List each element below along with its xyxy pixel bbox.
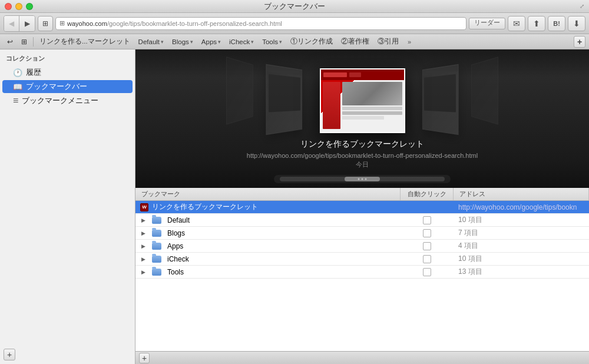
bookmarks-back-button[interactable]: ↩ — [4, 36, 16, 48]
table-row[interactable]: ▶ Default 10 項目 — [135, 214, 589, 227]
cover-far-right — [471, 57, 498, 124]
cover-header — [321, 70, 404, 80]
address-bar[interactable]: ⊞ wayohoo.com /google/tips/bookmarklet-t… — [55, 17, 466, 30]
bookmark-link-create-label: ①リンク作成 — [290, 37, 333, 46]
chevron-down-icon: ▾ — [279, 39, 282, 45]
coverflow-url: http://wayohoo.com/google/tips/bookmarkl… — [247, 152, 478, 159]
cell-bookmark-2: ▶ Blogs — [135, 227, 401, 239]
reader-button[interactable]: リーダー — [469, 18, 505, 29]
bookmark-apps[interactable]: Apps ▾ — [198, 36, 224, 48]
table-row[interactable]: ▶ Blogs 7 項目 — [135, 227, 589, 240]
row-name-2: Blogs — [167, 229, 185, 237]
cell-bookmark-1: ▶ Default — [135, 214, 401, 226]
bookmark-citation[interactable]: ③引用 — [374, 36, 402, 48]
cell-address-1: 10 項目 — [454, 214, 589, 226]
forward-button[interactable]: ▶ — [19, 16, 35, 31]
bookmark-tools-label: Tools — [262, 38, 278, 45]
cell-bookmark-5: ▶ Tools — [135, 266, 401, 278]
table-row[interactable]: ▶ iCheck 10 項目 — [135, 253, 589, 266]
expand-icon[interactable]: ▶ — [140, 269, 146, 275]
table-area: ブックマーク 自動クリック アドレス W リンクを作るブックマークレット htt… — [135, 188, 589, 351]
bookmarks-grid-button[interactable]: ⊞ — [18, 36, 31, 48]
folder-icon — [152, 243, 161, 250]
cover-main — [342, 82, 402, 129]
expand-icon[interactable]: ▶ — [140, 256, 146, 262]
bookmark-blogs[interactable]: Blogs ▾ — [168, 36, 197, 48]
more-bookmarks-button[interactable]: » — [403, 36, 415, 48]
cover-row-3 — [342, 116, 384, 120]
col-header-bookmark[interactable]: ブックマーク — [135, 188, 401, 200]
autoclick-checkbox-5[interactable] — [423, 268, 431, 276]
sidebar: コレクション 🕐 履歴 📖 ブックマークバー ≡ ブックマークメニュー + — [0, 49, 135, 364]
folder-icon — [152, 217, 161, 224]
coverflow-info: リンクを作るブックマークレット http://wayohoo.com/googl… — [247, 139, 478, 169]
cell-autoclick-1 — [401, 214, 454, 226]
sidebar-item-bookmarks-bar[interactable]: 📖 ブックマークバー — [2, 80, 133, 93]
hatebu-button[interactable]: B! — [548, 16, 565, 31]
cell-autoclick-3 — [401, 240, 454, 252]
folder-icon — [152, 269, 161, 276]
bookmark-tools[interactable]: Tools ▾ — [259, 36, 286, 48]
autoclick-checkbox-2[interactable] — [423, 229, 431, 237]
autoclick-checkbox-1[interactable] — [423, 216, 431, 224]
address-domain: wayohoo.com — [67, 20, 107, 27]
close-button[interactable] — [5, 3, 12, 10]
cell-address-0: http://wayohoo.com/google/tips/bookn — [454, 201, 589, 213]
expand-icon[interactable]: ▶ — [140, 217, 146, 223]
bookmark-default[interactable]: Default ▾ — [135, 36, 167, 48]
bookmarks-bar: ↩ ⊞ リンクを作る...マークレット Default ▾ Blogs ▾ Ap… — [0, 34, 589, 49]
grid-view-button[interactable]: ⊞ — [38, 16, 53, 31]
cell-autoclick-4 — [401, 253, 454, 265]
maximize-button[interactable] — [26, 3, 33, 10]
sidebar-item-bookmarks-menu[interactable]: ≡ ブックマークメニュー — [2, 94, 133, 107]
row-name-0: リンクを作るブックマークレット — [152, 202, 258, 212]
minimize-button[interactable] — [15, 3, 22, 10]
grid-icon: ⊞ — [21, 38, 27, 46]
table-row[interactable]: ▶ Apps 4 項目 — [135, 240, 589, 253]
add-bookmark-button[interactable]: + — [574, 36, 585, 48]
cell-bookmark-0: W リンクを作るブックマークレット — [135, 201, 401, 213]
sidebar-bookmarks-bar-label: ブックマークバー — [26, 82, 87, 92]
bookmark-icheck[interactable]: iCheck ▾ — [226, 36, 257, 48]
back-icon: ↩ — [7, 38, 13, 46]
bookmark-link-create[interactable]: ①リンク作成 — [287, 36, 336, 48]
window-controls — [5, 3, 33, 10]
table-row[interactable]: ▶ Tools 13 項目 — [135, 266, 589, 279]
folder-icon — [152, 256, 161, 263]
site-icon: W — [140, 203, 148, 211]
bookmark-apps-label: Apps — [201, 38, 217, 45]
cell-address-2: 7 項目 — [454, 227, 589, 239]
cover-left — [266, 64, 302, 135]
nav-buttons: ◀ ▶ — [4, 15, 35, 32]
cell-address-5: 13 項目 — [454, 266, 589, 278]
mail-button[interactable]: ✉ — [508, 16, 525, 31]
sidebar-header: コレクション — [0, 49, 135, 65]
bookmark-link-maker[interactable]: リンクを作る...マークレット — [36, 36, 134, 48]
main-cover — [320, 68, 405, 133]
cell-bookmark-3: ▶ Apps — [135, 240, 401, 252]
sidebar-bookmarks-menu-label: ブックマークメニュー — [22, 96, 98, 106]
row-name-4: iCheck — [167, 255, 189, 263]
back-button[interactable]: ◀ — [4, 16, 19, 31]
share-button[interactable]: ⬆ — [528, 16, 545, 31]
table-add-button[interactable]: + — [139, 353, 150, 363]
table-row[interactable]: W リンクを作るブックマークレット http://wayohoo.com/goo… — [135, 201, 589, 214]
autoclick-checkbox-3[interactable] — [423, 242, 431, 250]
coverflow-title: リンクを作るブックマークレット — [247, 139, 478, 150]
download-button[interactable]: ⬇ — [568, 16, 585, 31]
autoclick-checkbox-4[interactable] — [423, 255, 431, 263]
col-header-address[interactable]: アドレス — [454, 188, 589, 200]
expand-icon[interactable]: ▶ — [140, 230, 146, 236]
bookmark-blogs-label: Blogs — [172, 38, 189, 45]
col-header-autoclick[interactable]: 自動クリック — [401, 188, 454, 200]
bookmark-copyright[interactable]: ②著作権 — [337, 36, 373, 48]
table-header: ブックマーク 自動クリック アドレス — [135, 188, 589, 201]
cell-bookmark-4: ▶ iCheck — [135, 253, 401, 265]
sidebar-add-button[interactable]: + — [4, 349, 15, 360]
sidebar-item-history[interactable]: 🕐 履歴 — [2, 66, 133, 79]
row-name-5: Tools — [167, 268, 184, 276]
cover-content — [321, 80, 404, 131]
expand-icon[interactable]: ▶ — [140, 243, 146, 249]
coverflow-area: リンクを作るブックマークレット http://wayohoo.com/googl… — [135, 49, 589, 188]
coverflow-scrollbar[interactable] — [274, 175, 451, 183]
